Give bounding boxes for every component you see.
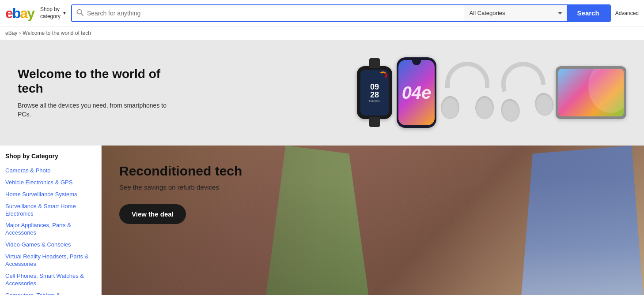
breadcrumb-home[interactable]: eBay <box>5 30 17 36</box>
breadcrumb-current: Welcome to the world of tech <box>23 30 91 36</box>
sidebar-item-computers-tablets[interactable]: Computers, Tablets & <box>5 290 96 295</box>
tablet-screen <box>558 69 624 116</box>
hero-images: 0928 TUE/2024 04e <box>168 53 626 132</box>
search-button[interactable]: Search <box>567 5 610 21</box>
promo-title: Reconditioned tech <box>119 163 242 179</box>
tablet-item <box>556 66 626 119</box>
view-deal-button[interactable]: View the deal <box>119 204 186 224</box>
headphones-icon-2 <box>493 58 556 128</box>
sidebar-item-major-appliances[interactable]: Major Appliances, Parts & Accessories <box>5 220 96 239</box>
sidebar-item-home-surveillance[interactable]: Home Surveillance Systems <box>5 189 96 201</box>
hero-title: Welcome to the world of tech <box>18 67 168 96</box>
promo-content: Reconditioned tech See the savings on re… <box>102 146 260 242</box>
sidebar-item-video-games[interactable]: Video Games & Consoles <box>5 239 96 251</box>
sidebar-title: Shop by Category <box>5 153 96 160</box>
phone-icon: 04e <box>397 57 436 128</box>
sidebar-item-cell-phones[interactable]: Cell Phones, Smart Watches & Accessories <box>5 270 96 290</box>
phone-screen: 04e <box>398 60 435 125</box>
sidebar-item-vr-headsets[interactable]: Virtual Reality Headsets, Parts & Access… <box>5 251 96 270</box>
breadcrumb: eBay › Welcome to the world of tech <box>0 26 644 40</box>
breadcrumb-separator: › <box>19 30 21 36</box>
logo-b: b <box>12 5 20 21</box>
category-select[interactable]: All CategoriesAntiquesArtBabyBooksBusine… <box>465 5 567 21</box>
bottom-section: Shop by Category Cameras & Photo Vehicle… <box>0 146 644 295</box>
hero-subtitle: Browse all the devices you need, from sm… <box>18 101 168 119</box>
smartwatch-item: 0928 TUE/2024 <box>357 66 392 119</box>
hero-text: Welcome to the world of tech Browse all … <box>18 67 168 119</box>
hero-banner: Welcome to the world of tech Browse all … <box>0 40 644 146</box>
header: ebay Shop bycategory ▼ All CategoriesAnt… <box>0 0 644 26</box>
search-bar: All CategoriesAntiquesArtBabyBooksBusine… <box>71 4 611 22</box>
svg-line-1 <box>81 14 83 16</box>
search-input[interactable] <box>87 10 460 17</box>
smartwatch-screen: 0928 TUE/2024 <box>360 70 389 116</box>
promo-subtitle: See the savings on refurb devices <box>119 183 242 191</box>
headphones-item-2 <box>498 62 551 123</box>
tablet-icon <box>556 66 626 119</box>
logo-a: a <box>20 5 27 21</box>
sidebar: Shop by Category Cameras & Photo Vehicle… <box>0 146 102 295</box>
search-input-wrapper <box>72 5 465 21</box>
sidebar-item-smart-home[interactable]: Surveillance & Smart Home Electronics <box>5 201 96 220</box>
shop-by-category-label: Shop bycategory <box>40 6 61 20</box>
search-icon <box>76 9 83 17</box>
sidebar-item-cameras-photo[interactable]: Cameras & Photo <box>5 165 96 177</box>
logo[interactable]: ebay <box>5 6 34 20</box>
logo-e: e <box>5 5 12 21</box>
smartwatch-icon: 0928 TUE/2024 <box>357 66 392 119</box>
shop-by-category-button[interactable]: Shop bycategory ▼ <box>40 6 67 20</box>
chevron-down-icon: ▼ <box>62 11 67 15</box>
headphones-icon-1 <box>441 62 494 123</box>
promo-banner: Reconditioned tech See the savings on re… <box>102 146 644 295</box>
sidebar-item-vehicle-electronics[interactable]: Vehicle Electronics & GPS <box>5 177 96 189</box>
headphones-item-1 <box>441 62 494 123</box>
logo-y: y <box>27 5 34 21</box>
phone-item: 04e <box>397 57 436 128</box>
advanced-search-link[interactable]: Advanced <box>615 10 639 16</box>
